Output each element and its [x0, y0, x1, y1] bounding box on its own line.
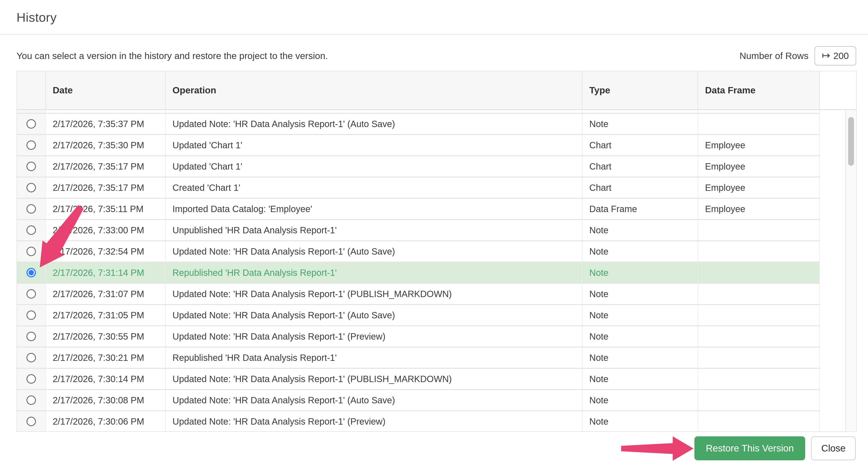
row-dataframe — [698, 390, 820, 410]
row-operation: Unpublished 'HR Data Analysis Report-1' — [166, 220, 583, 240]
version-radio[interactable] — [26, 183, 36, 192]
row-date: 2/17/2026, 7:30:06 PM — [46, 411, 166, 431]
row-dataframe — [698, 369, 820, 389]
row-date: 2/17/2026, 7:35:11 PM — [46, 199, 166, 219]
table-row[interactable]: 2/17/2026, 7:32:54 PM Updated Note: 'HR … — [17, 241, 820, 262]
row-operation: Created 'Chart 1' — [166, 178, 583, 198]
row-type: Note — [583, 241, 698, 261]
row-date: 2/17/2026, 7:35:17 PM — [46, 178, 166, 198]
table-row[interactable]: 2/17/2026, 7:35:17 PM Updated 'Chart 1' … — [17, 156, 820, 178]
version-radio[interactable] — [26, 225, 36, 235]
version-radio[interactable] — [26, 417, 36, 426]
version-radio[interactable] — [26, 289, 36, 299]
row-date: 2/17/2026, 7:35:17 PM — [46, 156, 166, 177]
row-type: Chart — [583, 156, 698, 177]
row-date: 2/17/2026, 7:30:21 PM — [46, 347, 166, 368]
row-type: Chart — [583, 135, 698, 155]
row-dataframe: Employee — [698, 178, 820, 198]
row-date: 2/17/2026, 7:30:55 PM — [46, 326, 166, 347]
row-dataframe — [698, 284, 820, 304]
row-type: Note — [583, 220, 698, 240]
rows-control-label: Number of Rows — [739, 51, 808, 61]
radio-cell — [17, 262, 46, 283]
row-operation: Republished 'HR Data Analysis Report-1' — [166, 262, 583, 283]
radio-cell — [17, 305, 46, 325]
table-row[interactable]: 2/17/2026, 7:31:14 PM Republished 'HR Da… — [17, 262, 820, 284]
scrollbar-thumb[interactable] — [848, 117, 854, 166]
maps-to-arrow-icon: ↦ — [822, 51, 830, 60]
history-dialog: History You can select a version in the … — [0, 0, 868, 468]
rows-control: Number of Rows ↦ 200 — [739, 46, 856, 66]
version-radio[interactable] — [26, 310, 36, 320]
version-radio[interactable] — [26, 247, 36, 256]
table-row[interactable]: 2/17/2026, 7:30:55 PM Updated Note: 'HR … — [17, 326, 820, 347]
version-radio[interactable] — [26, 204, 36, 214]
table-row[interactable]: 2/17/2026, 7:35:30 PM Updated 'Chart 1' … — [17, 135, 820, 156]
radio-cell — [17, 411, 46, 431]
radio-cell — [17, 178, 46, 198]
version-radio[interactable] — [26, 353, 36, 363]
row-date: 2/17/2026, 7:31:14 PM — [46, 262, 166, 283]
row-operation: Updated Note: 'HR Data Analysis Report-1… — [166, 114, 583, 134]
table-row[interactable]: 2/17/2026, 7:33:00 PM Unpublished 'HR Da… — [17, 220, 820, 241]
radio-cell — [17, 220, 46, 240]
row-dataframe — [698, 347, 820, 368]
table-row[interactable]: 2/17/2026, 7:31:07 PM Updated Note: 'HR … — [17, 284, 820, 305]
row-type: Note — [583, 369, 698, 389]
radio-cell — [17, 390, 46, 410]
table-scrollbar[interactable] — [845, 110, 856, 431]
page-title: History — [17, 10, 57, 25]
row-date: 2/17/2026, 7:33:00 PM — [46, 220, 166, 240]
version-radio[interactable] — [26, 396, 36, 405]
row-operation: Republished 'HR Data Analysis Report-1' — [166, 347, 583, 368]
row-type: Note — [583, 326, 698, 347]
restore-this-version-button[interactable]: Restore This Version — [694, 436, 805, 460]
table-row[interactable]: 2/17/2026, 7:30:21 PM Republished 'HR Da… — [17, 347, 820, 369]
row-date: 2/17/2026, 7:30:14 PM — [46, 369, 166, 389]
row-dataframe — [698, 241, 820, 261]
row-type: Note — [583, 411, 698, 431]
version-radio[interactable] — [26, 141, 36, 150]
row-type: Note — [583, 284, 698, 304]
number-of-rows-button[interactable]: ↦ 200 — [814, 46, 856, 66]
table-void — [820, 110, 845, 431]
header-operation: Operation — [166, 71, 583, 109]
row-dataframe: Employee — [698, 135, 820, 155]
row-operation: Updated Note: 'HR Data Analysis Report-1… — [166, 241, 583, 261]
table-row[interactable]: 2/17/2026, 7:31:05 PM Updated Note: 'HR … — [17, 305, 820, 326]
row-dataframe: Employee — [698, 199, 820, 219]
row-dataframe — [698, 326, 820, 347]
radio-cell — [17, 114, 46, 134]
history-table: Date Operation Type Data Frame 2/17/2026… — [17, 71, 857, 432]
table-row[interactable]: 2/17/2026, 7:30:08 PM Updated Note: 'HR … — [17, 390, 820, 411]
table-header: Date Operation Type Data Frame — [17, 71, 856, 110]
version-radio[interactable] — [26, 268, 36, 277]
row-dataframe — [698, 114, 820, 134]
table-row-partial — [17, 110, 820, 114]
table-row[interactable]: 2/17/2026, 7:35:37 PM Updated Note: 'HR … — [17, 114, 820, 135]
table-row[interactable]: 2/17/2026, 7:35:11 PM Imported Data Cata… — [17, 199, 820, 220]
table-row[interactable]: 2/17/2026, 7:30:14 PM Updated Note: 'HR … — [17, 369, 820, 390]
table-row[interactable]: 2/17/2026, 7:35:17 PM Created 'Chart 1' … — [17, 178, 820, 199]
row-operation: Updated 'Chart 1' — [166, 156, 583, 177]
header-type: Type — [583, 71, 698, 109]
radio-cell — [17, 135, 46, 155]
radio-cell — [17, 241, 46, 261]
version-radio[interactable] — [26, 332, 36, 341]
version-radio[interactable] — [26, 374, 36, 384]
radio-cell — [17, 156, 46, 177]
version-radio[interactable] — [26, 119, 36, 129]
row-operation: Updated Note: 'HR Data Analysis Report-1… — [166, 411, 583, 431]
header-filler — [820, 71, 856, 109]
table-row[interactable]: 2/17/2026, 7:30:06 PM Updated Note: 'HR … — [17, 411, 820, 431]
row-date: 2/17/2026, 7:31:07 PM — [46, 284, 166, 304]
radio-cell — [17, 326, 46, 347]
dialog-description: You can select a version in the history … — [17, 51, 328, 61]
row-operation: Updated Note: 'HR Data Analysis Report-1… — [166, 305, 583, 325]
row-operation: Updated Note: 'HR Data Analysis Report-1… — [166, 390, 583, 410]
row-date: 2/17/2026, 7:31:05 PM — [46, 305, 166, 325]
close-button[interactable]: Close — [811, 436, 856, 460]
row-date: 2/17/2026, 7:35:30 PM — [46, 135, 166, 155]
row-dataframe — [698, 262, 820, 283]
version-radio[interactable] — [26, 162, 36, 171]
